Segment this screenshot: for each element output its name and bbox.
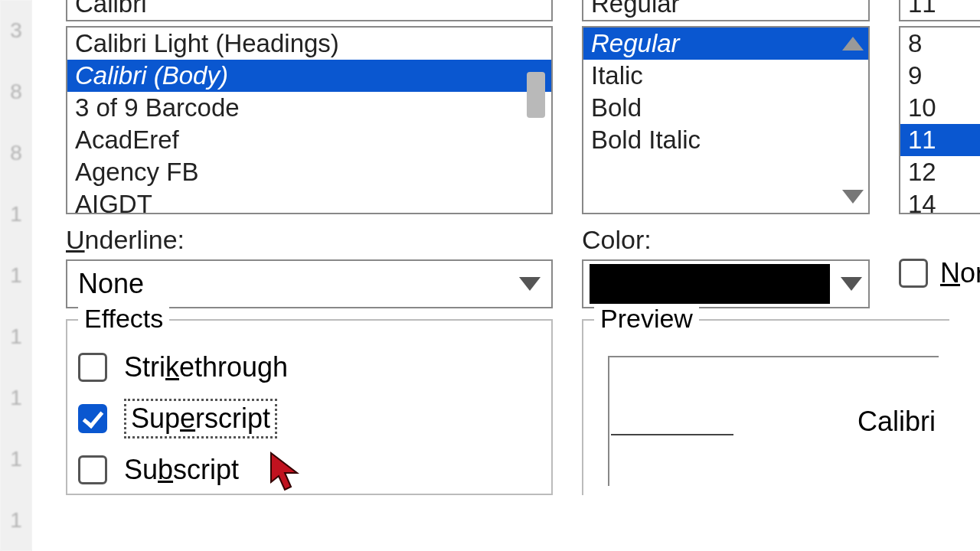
chevron-down-icon [519,277,541,291]
list-item[interactable]: 9 [900,60,980,92]
list-item[interactable]: Bold [583,92,868,124]
font-style-listbox[interactable]: Regular Italic Bold Bold Italic [582,26,870,214]
list-item[interactable]: Calibri (Body) [67,60,551,92]
list-item[interactable]: 11 [900,124,980,156]
normal-font-checkbox-row[interactable]: Nor [899,257,980,289]
font-name-input[interactable]: Calibri [66,0,553,21]
preview-groupbox: Preview Calibri [582,319,949,495]
chevron-down-icon [841,277,862,291]
list-item[interactable]: AIGDT [67,188,551,214]
preview-title: Preview [594,304,699,334]
spreadsheet-row-headers: 388111111 [0,0,32,551]
subscript-label: Subscript [124,454,239,486]
strikethrough-row[interactable]: Strikethrough [78,351,541,383]
font-size-input[interactable]: 11 [899,0,980,21]
list-item[interactable]: 3 of 9 Barcode [67,92,551,124]
color-swatch [590,264,830,304]
list-item[interactable]: Regular [583,28,868,60]
preview-sample-text: Calibri [858,406,936,438]
scroll-up-icon[interactable] [842,37,864,51]
preview-sample-area: Calibri [608,356,939,486]
superscript-label: Superscript [124,399,277,439]
color-combobox[interactable] [582,259,870,308]
effects-title: Effects [78,304,169,334]
font-size-listbox[interactable]: 8 9 10 11 12 14 [899,26,980,214]
font-name-listbox[interactable]: Calibri Light (Headings) Calibri (Body) … [66,26,553,214]
normal-font-checkbox[interactable] [899,259,928,288]
list-item[interactable]: Agency FB [67,156,551,188]
font-style-input[interactable]: Regular [582,0,870,21]
list-item[interactable]: 10 [900,92,980,124]
list-item[interactable]: Italic [583,60,868,92]
preview-baseline [611,434,733,435]
strikethrough-checkbox[interactable] [78,353,107,382]
list-item[interactable]: Bold Italic [583,124,868,156]
color-label: Color: [582,225,870,255]
effects-groupbox: Effects Strikethrough Superscript Subscr… [66,319,553,495]
superscript-row[interactable]: Superscript [78,399,541,439]
list-item[interactable]: 14 [900,188,980,220]
underline-combobox[interactable]: None [66,259,553,308]
scrollbar-thumb[interactable] [527,72,545,118]
list-item[interactable]: Calibri Light (Headings) [67,28,551,60]
list-item[interactable]: AcadEref [67,124,551,156]
font-dialog: Calibri Regular 11 Calibri Light (Headin… [32,0,980,551]
subscript-row[interactable]: Subscript [78,454,541,486]
scroll-down-icon[interactable] [842,190,864,204]
list-item[interactable]: 12 [900,156,980,188]
strikethrough-label: Strikethrough [124,351,288,383]
superscript-checkbox[interactable] [78,404,107,433]
subscript-checkbox[interactable] [78,455,107,484]
underline-label: Underline: [66,225,553,255]
list-item[interactable]: 8 [900,28,980,60]
underline-value: None [78,268,144,300]
